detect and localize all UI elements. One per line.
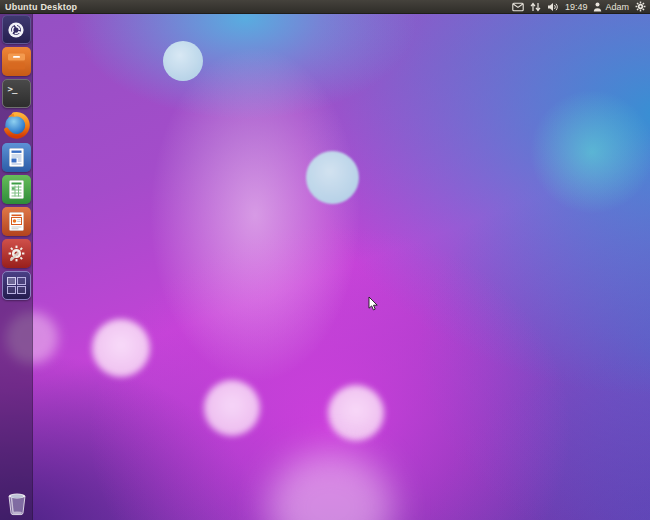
trash-icon (4, 489, 30, 517)
launcher-item-libreoffice-impress[interactable] (2, 207, 31, 236)
unity-launcher: >_ (0, 13, 33, 520)
libreoffice-writer-icon (5, 146, 28, 169)
mail-icon[interactable] (512, 2, 524, 12)
bokeh-glow (268, 452, 393, 520)
launcher-item-files[interactable] (2, 47, 31, 76)
files-icon (5, 50, 28, 73)
launcher-item-libreoffice-calc[interactable] (2, 175, 31, 204)
launcher-item-system-settings[interactable] (2, 239, 31, 268)
launcher-item-dash-home[interactable] (2, 15, 31, 44)
bokeh-circle-pink (204, 380, 260, 436)
dash-home-icon (6, 20, 26, 40)
system-settings-icon (5, 242, 28, 265)
bokeh-circle-pink (92, 319, 150, 377)
panel-title: Ubuntu Desktop (5, 2, 77, 12)
bokeh-circle-pink (328, 385, 384, 441)
top-panel: Ubuntu Desktop 19:49 (0, 0, 650, 14)
desktop-wallpaper[interactable] (0, 0, 650, 520)
bokeh-circle-blue (163, 41, 203, 81)
bokeh-circle-blue (306, 151, 359, 204)
launcher-item-workspace-switcher[interactable] (2, 271, 31, 300)
libreoffice-impress-icon (5, 210, 28, 233)
volume-icon[interactable] (547, 2, 559, 12)
user-menu[interactable]: Adam (593, 2, 629, 12)
launcher-item-terminal[interactable]: >_ (2, 79, 31, 108)
user-icon (593, 2, 602, 12)
launcher-item-libreoffice-writer[interactable] (2, 143, 31, 172)
network-transfer-icon[interactable] (530, 2, 541, 12)
ubuntu-desktop: Ubuntu Desktop 19:49 (0, 0, 650, 520)
libreoffice-calc-icon (5, 178, 28, 201)
session-gear-icon[interactable] (635, 1, 646, 12)
launcher-item-firefox[interactable] (2, 111, 31, 140)
mouse-cursor (368, 296, 380, 317)
terminal-icon: >_ (8, 84, 17, 94)
clock[interactable]: 19:49 (565, 2, 588, 12)
firefox-icon (3, 112, 30, 139)
workspace-switcher-icon (6, 275, 27, 296)
indicator-tray: 19:49 Adam (512, 1, 646, 12)
launcher-item-trash[interactable] (2, 488, 31, 517)
user-name: Adam (605, 2, 629, 12)
